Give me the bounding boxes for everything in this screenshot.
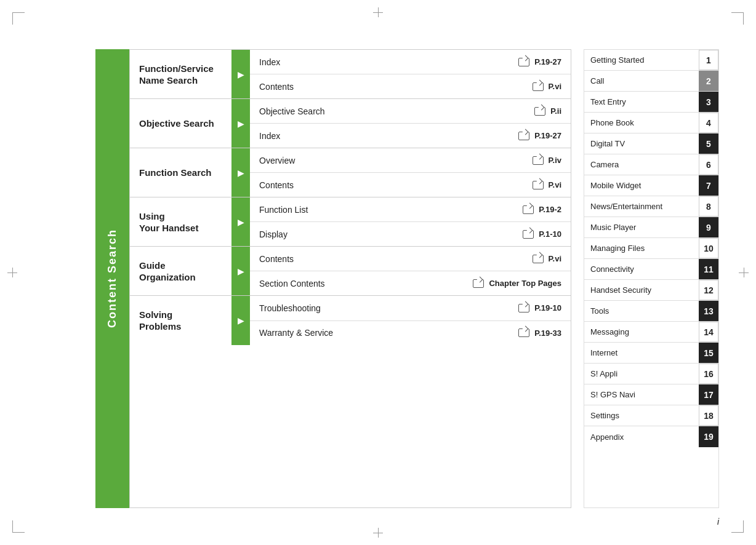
corner-mark-bl xyxy=(12,520,25,533)
arrow-4 xyxy=(231,247,250,295)
link-row-0-0[interactable]: IndexP.19-27 xyxy=(250,50,571,74)
links-cell-0: IndexP.19-27ContentsP.vi xyxy=(250,50,571,98)
link-row-1-0[interactable]: Objective SearchP.ii xyxy=(250,99,571,124)
cross-top xyxy=(373,7,383,17)
chapter-item-7[interactable]: News/Entertainment8 xyxy=(584,196,718,217)
search-row-5: SolvingProblemsTroubleshootingP.19-10War… xyxy=(130,296,571,345)
chapter-num-6: 7 xyxy=(699,175,718,196)
chapter-num-16: 17 xyxy=(699,384,718,405)
search-row-1: Objective SearchObjective SearchP.iiInde… xyxy=(130,99,571,148)
chapter-num-0: 1 xyxy=(699,50,718,70)
chapter-num-15: 16 xyxy=(699,364,718,384)
chapter-num-18: 19 xyxy=(699,426,718,447)
link-row-5-1[interactable]: Warranty & ServiceP.19-33 xyxy=(250,321,571,346)
chapter-num-3: 4 xyxy=(699,113,718,133)
arrow-2 xyxy=(231,148,250,197)
page-icon-5-0 xyxy=(518,304,529,312)
sidebar: Content Search xyxy=(95,49,129,508)
chapter-name-1: Call xyxy=(584,76,699,86)
cross-bottom xyxy=(373,528,383,538)
chapter-num-4: 5 xyxy=(699,133,718,154)
chapter-name-6: Mobile Widget xyxy=(584,181,699,190)
chapter-name-13: Messaging xyxy=(584,327,699,336)
page-icon-1-1 xyxy=(518,132,529,140)
page-icon-3-0 xyxy=(523,205,534,214)
corner-mark-tl xyxy=(12,12,25,25)
chapter-item-6[interactable]: Mobile Widget7 xyxy=(584,175,718,196)
chapter-name-14: Internet xyxy=(584,348,699,357)
link-row-2-1[interactable]: ContentsP.vi xyxy=(250,173,571,197)
chapter-item-15[interactable]: S! Appli16 xyxy=(584,364,718,384)
chapter-item-0[interactable]: Getting Started1 xyxy=(584,50,718,71)
links-cell-5: TroubleshootingP.19-10Warranty & Service… xyxy=(250,296,571,345)
chapter-item-14[interactable]: Internet15 xyxy=(584,343,718,364)
page-icon-1-0 xyxy=(534,107,545,116)
corner-mark-tr xyxy=(731,12,744,25)
link-row-5-0[interactable]: TroubleshootingP.19-10 xyxy=(250,296,571,321)
chapter-name-8: Music Player xyxy=(584,223,699,232)
search-row-0: Function/ServiceName SearchIndexP.19-27C… xyxy=(130,50,571,99)
chapter-item-1[interactable]: Call2 xyxy=(584,71,718,92)
chapter-item-5[interactable]: Camera6 xyxy=(584,154,718,175)
chapter-item-9[interactable]: Managing Files10 xyxy=(584,238,718,259)
chapter-num-12: 13 xyxy=(699,301,718,321)
link-row-2-0[interactable]: OverviewP.iv xyxy=(250,148,571,173)
main-container: Content Search Function/ServiceName Sear… xyxy=(95,49,719,508)
links-cell-4: ContentsP.viSection ContentsChapter Top … xyxy=(250,247,571,295)
chapter-item-18[interactable]: Appendix19 xyxy=(584,426,718,447)
sidebar-label: Content Search xyxy=(106,229,119,328)
search-label-2: Function Search xyxy=(130,148,231,197)
chapter-name-17: Settings xyxy=(584,411,699,420)
chapter-name-16: S! GPS Navi xyxy=(584,390,699,399)
chapter-item-4[interactable]: Digital TV5 xyxy=(584,133,718,154)
page-icon-2-0 xyxy=(533,156,544,165)
link-row-3-0[interactable]: Function ListP.19-2 xyxy=(250,197,571,222)
search-label-1: Objective Search xyxy=(130,99,231,148)
page-icon-0-0 xyxy=(518,58,529,66)
chapter-item-2[interactable]: Text Entry3 xyxy=(584,92,718,113)
page-footnote: i xyxy=(717,517,719,527)
page-icon-3-1 xyxy=(523,230,534,239)
chapter-num-13: 14 xyxy=(699,322,718,342)
chapter-item-11[interactable]: Handset Security12 xyxy=(584,280,718,301)
chapter-name-18: Appendix xyxy=(584,432,699,442)
arrow-5 xyxy=(231,296,250,345)
chapter-num-9: 10 xyxy=(699,238,718,258)
link-row-1-1[interactable]: IndexP.19-27 xyxy=(250,124,571,148)
chapter-num-11: 12 xyxy=(699,280,718,300)
chapter-item-10[interactable]: Connectivity11 xyxy=(584,259,718,280)
link-row-3-1[interactable]: DisplayP.1-10 xyxy=(250,222,571,246)
chapter-name-7: News/Entertainment xyxy=(584,202,699,211)
chapter-num-7: 8 xyxy=(699,196,718,217)
page-icon-2-1 xyxy=(533,181,544,189)
search-label-0: Function/ServiceName Search xyxy=(130,50,231,98)
link-row-4-0[interactable]: ContentsP.vi xyxy=(250,247,571,271)
search-sections: Function/ServiceName SearchIndexP.19-27C… xyxy=(129,49,571,508)
chapter-num-10: 11 xyxy=(699,259,718,279)
chapter-item-17[interactable]: Settings18 xyxy=(584,405,718,426)
search-label-5: SolvingProblems xyxy=(130,296,231,345)
arrow-0 xyxy=(231,50,250,98)
arrow-3 xyxy=(231,197,250,246)
chapter-name-10: Connectivity xyxy=(584,265,699,274)
page-icon-4-0 xyxy=(533,255,544,263)
content-area: Function/ServiceName SearchIndexP.19-27C… xyxy=(129,49,719,508)
arrow-1 xyxy=(231,99,250,148)
chapter-name-12: Tools xyxy=(584,306,699,316)
chapter-num-8: 9 xyxy=(699,217,718,237)
search-row-2: Function SearchOverviewP.ivContentsP.vi xyxy=(130,148,571,197)
cross-right xyxy=(739,268,749,277)
page-icon-4-1 xyxy=(473,279,484,288)
chapter-item-12[interactable]: Tools13 xyxy=(584,301,718,322)
chapter-item-13[interactable]: Messaging14 xyxy=(584,322,718,343)
link-row-4-1[interactable]: Section ContentsChapter Top Pages xyxy=(250,271,571,295)
chapter-item-3[interactable]: Phone Book4 xyxy=(584,113,718,133)
chapter-name-11: Handset Security xyxy=(584,285,699,295)
link-row-0-1[interactable]: ContentsP.vi xyxy=(250,74,571,98)
links-cell-3: Function ListP.19-2DisplayP.1-10 xyxy=(250,197,571,246)
corner-mark-br xyxy=(731,520,744,533)
search-label-4: GuideOrganization xyxy=(130,247,231,295)
chapter-item-16[interactable]: S! GPS Navi17 xyxy=(584,384,718,405)
chapter-item-8[interactable]: Music Player9 xyxy=(584,217,718,238)
search-row-4: GuideOrganizationContentsP.viSection Con… xyxy=(130,247,571,296)
